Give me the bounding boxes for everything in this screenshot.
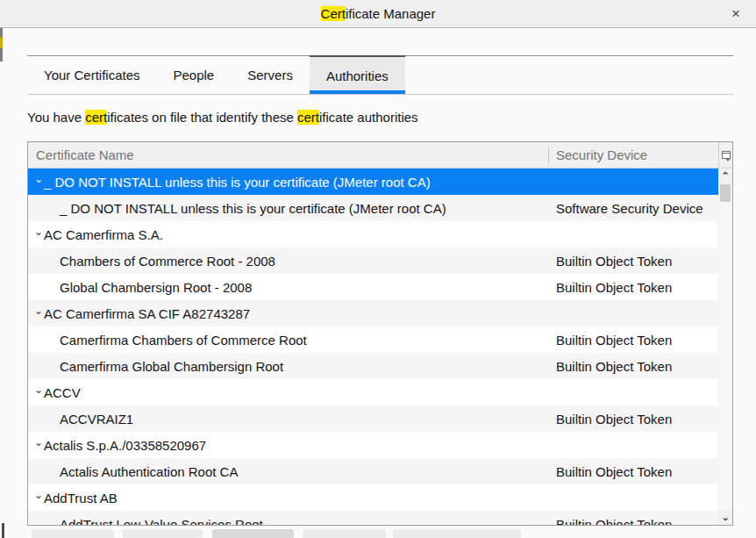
tab-label: People: [174, 68, 215, 82]
chevron-down-icon[interactable]: ⌄: [33, 490, 44, 500]
table-row[interactable]: ⌄ ACCV: [28, 379, 718, 405]
table-row[interactable]: AddTrust Low-Value Services Root Builtin…: [28, 511, 718, 525]
description-part: ificates on file that identify these: [107, 110, 297, 125]
description-text: You have certificates on file that ident…: [27, 110, 418, 127]
table-row[interactable]: Global Chambersign Root - 2008 Builtin O…: [28, 274, 718, 300]
table-row[interactable]: ⌄ Actalis S.p.A./03358520967: [28, 432, 718, 458]
security-device-cell: Builtin Object Token: [556, 254, 672, 269]
security-device-cell: Builtin Object Token: [556, 280, 672, 295]
certificate-tree: Certificate Name Security Device ⌄ _ DO …: [27, 141, 733, 526]
table-row[interactable]: ⌄ _ DO NOT INSTALL unless this is your c…: [28, 169, 718, 195]
window-edge-artifact-bottom: [2, 523, 4, 538]
security-device-cell: Builtin Object Token: [556, 412, 672, 427]
table-row[interactable]: ⌄ AC Camerfirma SA CIF A82743287: [28, 300, 718, 326]
table-row[interactable]: Chambers of Commerce Root - 2008 Builtin…: [28, 247, 718, 274]
table-row[interactable]: _ DO NOT INSTALL unless this is your cer…: [28, 195, 718, 221]
chevron-down-icon[interactable]: ⌄: [33, 174, 44, 184]
page-title-highlight: Cert: [321, 6, 346, 21]
certificate-name-cell: Global Chambersign Root - 2008: [60, 280, 252, 295]
table-header: Certificate Name Security Device: [28, 142, 732, 169]
vertical-scrollbar[interactable]: ⌃ ⌄: [718, 169, 732, 525]
find-highlight: cert: [297, 110, 319, 125]
security-device-cell: Builtin Object Token: [556, 359, 672, 374]
security-device-cell: Builtin Object Token: [556, 333, 672, 348]
column-divider[interactable]: [548, 147, 549, 163]
certificate-name-cell: ACCVRAIZ1: [60, 412, 133, 427]
column-picker-button[interactable]: [718, 142, 732, 168]
page-title: ificate Manager: [346, 6, 436, 21]
table-row[interactable]: ⌄ AC Camerfirma S.A.: [28, 221, 718, 247]
security-device-cell: Builtin Object Token: [556, 517, 672, 526]
tab-label: Authorities: [326, 68, 389, 83]
certificate-name-cell: AC Camerfirma S.A.: [44, 227, 163, 242]
certificate-name-cell: _ DO NOT INSTALL unless this is your cer…: [44, 175, 431, 190]
certificate-name-cell: _ DO NOT INSTALL unless this is your cer…: [60, 201, 446, 216]
certificate-name-cell: AddTrust AB: [44, 491, 118, 506]
chevron-down-icon[interactable]: ⌄: [33, 437, 44, 448]
tab-servers[interactable]: Servers: [231, 56, 310, 94]
find-highlight: cert: [85, 110, 107, 125]
bottom-button-5[interactable]: [393, 529, 521, 538]
certificate-name-cell: Camerfirma Chambers of Commerce Root: [60, 333, 307, 348]
tab-your-certificates[interactable]: Your Certificates: [27, 56, 157, 94]
security-device-cell: Builtin Object Token: [556, 464, 672, 479]
chevron-down-icon[interactable]: ⌄: [33, 384, 44, 395]
table-row[interactable]: Actalis Authentication Root CA Builtin O…: [28, 458, 718, 484]
description-part: ificate authorities: [319, 110, 418, 125]
bottom-button-1[interactable]: [32, 529, 114, 538]
scroll-down-icon[interactable]: ⌄: [718, 510, 732, 525]
table-row[interactable]: Camerfirma Global Chambersign Root Built…: [28, 353, 718, 379]
description-part: You have: [27, 110, 85, 125]
tab-label: Your Certificates: [44, 68, 140, 82]
close-icon[interactable]: ×: [723, 0, 749, 27]
certificate-name-cell: Actalis S.p.A./03358520967: [44, 438, 206, 453]
bottom-button-4[interactable]: [303, 529, 386, 538]
tab-label: Servers: [247, 68, 293, 82]
bottom-button-3[interactable]: [212, 529, 294, 538]
clipped-highlight-artifact: [0, 37, 3, 48]
certificate-name-cell: Camerfirma Global Chambersign Root: [60, 359, 283, 374]
table-row[interactable]: ⌄ AddTrust AB: [28, 484, 718, 511]
dialog-titlebar: Certificate Manager ×: [0, 0, 756, 28]
chevron-down-icon[interactable]: ⌄: [33, 305, 44, 316]
tab-strip: Your Certificates People Servers Authori…: [27, 55, 733, 95]
table-row[interactable]: ACCVRAIZ1 Builtin Object Token: [28, 405, 718, 432]
column-picker-icon: [722, 151, 731, 159]
certificate-name-cell: Chambers of Commerce Root - 2008: [60, 254, 275, 269]
table-row[interactable]: Camerfirma Chambers of Commerce Root Bui…: [28, 326, 718, 353]
chevron-down-icon[interactable]: ⌄: [33, 226, 44, 237]
bottom-button-2[interactable]: [123, 529, 203, 538]
tab-people[interactable]: People: [157, 56, 232, 94]
security-device-cell: Software Security Device: [556, 201, 703, 216]
tab-authorities[interactable]: Authorities: [310, 55, 405, 94]
scrollbar-thumb[interactable]: [720, 184, 731, 202]
certificate-name-cell: Actalis Authentication Root CA: [60, 464, 238, 479]
certificate-name-cell: AddTrust Low-Value Services Root: [60, 517, 263, 526]
certificate-name-cell: AC Camerfirma SA CIF A82743287: [44, 306, 250, 321]
table-body: ⌄ _ DO NOT INSTALL unless this is your c…: [28, 169, 718, 525]
certificate-name-cell: ACCV: [44, 385, 81, 400]
column-header-certificate-name[interactable]: Certificate Name: [36, 142, 134, 168]
scroll-up-icon[interactable]: ⌃: [718, 169, 732, 183]
column-header-security-device[interactable]: Security Device: [556, 142, 647, 168]
